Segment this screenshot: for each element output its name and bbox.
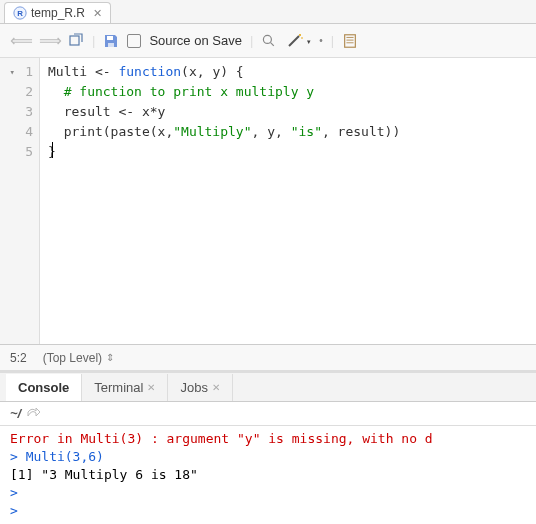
svg-rect-2 — [70, 36, 79, 45]
toolbar-dropdown-caret[interactable]: • — [319, 35, 323, 46]
console-header: ~/ — [0, 402, 536, 426]
toolbar-separator: | — [331, 33, 334, 48]
file-tab-bar: R temp_R.R ✕ — [0, 0, 536, 24]
svg-line-6 — [271, 42, 274, 45]
console-prompt: > — [10, 502, 526, 520]
tab-terminal[interactable]: Terminal ✕ — [82, 374, 168, 401]
svg-line-7 — [289, 36, 299, 46]
close-tab-icon[interactable]: ✕ — [93, 7, 102, 20]
search-icon[interactable] — [261, 33, 277, 49]
scope-selector[interactable]: (Top Level) ⇕ — [43, 351, 114, 365]
editor-status-bar: 5:2 (Top Level) ⇕ — [0, 344, 536, 370]
text-cursor — [52, 142, 53, 158]
toolbar-separator: | — [92, 33, 95, 48]
editor-toolbar: ⟸ ⟹ | Source on Save | ▾ • | — [0, 24, 536, 58]
tab-jobs[interactable]: Jobs ✕ — [168, 374, 232, 401]
svg-point-5 — [264, 35, 272, 43]
toolbar-separator: | — [250, 33, 253, 48]
scope-caret-icon: ⇕ — [106, 352, 114, 363]
line-number: 2 — [0, 82, 39, 102]
close-tab-icon[interactable]: ✕ — [147, 382, 155, 393]
line-number: 3 — [0, 102, 39, 122]
svg-point-8 — [299, 34, 301, 36]
line-number: 4 — [0, 122, 39, 142]
svg-text:R: R — [17, 9, 23, 18]
code-editor[interactable]: Multi <- function(x, y) { # function to … — [40, 58, 536, 344]
console-share-icon[interactable] — [27, 406, 41, 421]
line-number: 5 — [0, 142, 39, 162]
magic-wand-icon[interactable]: ▾ — [285, 33, 311, 49]
line-gutter[interactable]: 1 2 3 4 5 — [0, 58, 40, 344]
console-result-line: [1] "3 Multiply 6 is 18" — [10, 466, 526, 484]
svg-rect-11 — [345, 34, 356, 46]
svg-point-9 — [301, 37, 303, 39]
bottom-tab-bar: Console Terminal ✕ Jobs ✕ — [0, 370, 536, 402]
cursor-position: 5:2 — [10, 351, 27, 365]
editor-area: 1 2 3 4 5 Multi <- function(x, y) { # fu… — [0, 58, 536, 344]
nav-back-icon[interactable]: ⟸ — [10, 31, 31, 50]
line-number: 1 — [0, 62, 39, 82]
nav-forward-icon[interactable]: ⟹ — [39, 31, 60, 50]
file-tab-name: temp_R.R — [31, 6, 85, 20]
console-cwd: ~/ — [10, 406, 21, 421]
svg-rect-4 — [108, 43, 114, 47]
console-output[interactable]: Error in Multi(3) : argument "y" is miss… — [0, 426, 536, 524]
new-window-icon[interactable] — [68, 33, 84, 49]
console-error-line: Error in Multi(3) : argument "y" is miss… — [10, 430, 526, 448]
file-tab[interactable]: R temp_R.R ✕ — [4, 2, 111, 23]
notebook-icon[interactable] — [342, 33, 358, 49]
r-file-icon: R — [13, 6, 27, 20]
console-prompt: > — [10, 484, 526, 502]
svg-rect-3 — [107, 36, 113, 40]
svg-text:▾: ▾ — [307, 38, 311, 45]
close-tab-icon[interactable]: ✕ — [212, 382, 220, 393]
console-input-line: > Multi(3,6) — [10, 448, 526, 466]
source-on-save-checkbox[interactable] — [127, 34, 141, 48]
source-on-save-label: Source on Save — [149, 33, 242, 48]
tab-console[interactable]: Console — [6, 374, 82, 401]
save-icon[interactable] — [103, 33, 119, 49]
